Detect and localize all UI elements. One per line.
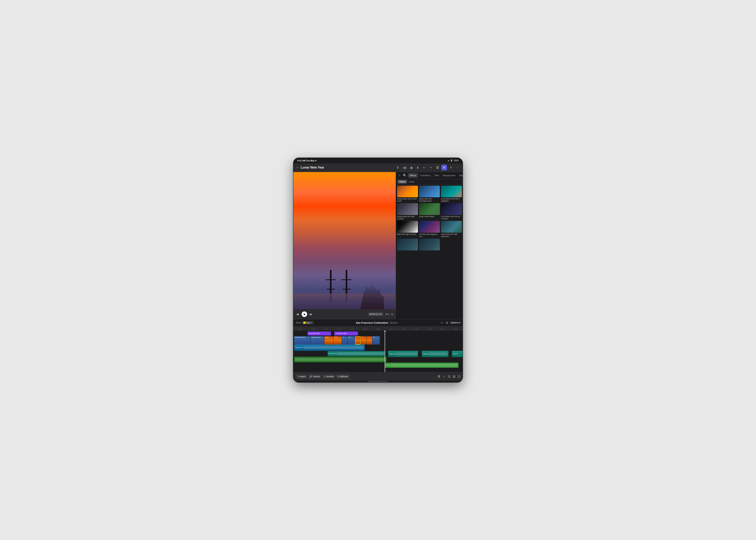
video-clip-8[interactable]: Ti <box>361 336 366 344</box>
tab-effects[interactable]: Effects <box>408 173 418 178</box>
undo-icon[interactable]: ↩ <box>421 165 427 170</box>
video-clip-5[interactable]: Tr <box>342 336 347 344</box>
inertia-label: Inertia <box>386 364 390 366</box>
select-label: Select <box>296 322 301 324</box>
effect-label-0: Heavy Warm with Desert Wash <box>397 198 418 202</box>
blade-icon[interactable]: ⊞ <box>445 321 449 325</box>
camera-icon[interactable]: 📹 <box>402 165 407 170</box>
video-clip-6[interactable]: Yell <box>347 336 355 344</box>
ruler-mark-9: 23:00 <box>410 329 423 330</box>
checkmark-icon[interactable]: ✓ <box>443 375 445 378</box>
effect-thumb-4 <box>397 203 418 215</box>
effect-item-1[interactable]: Heavy Blue with Moonlight Wash <box>419 186 440 202</box>
video-track: Martial Arts Mura Pageant Winner Marke M… <box>294 336 462 344</box>
ruler-mark-8: 22:00 <box>397 329 410 330</box>
video-clip-7-selected[interactable] <box>355 336 361 344</box>
volume-label: Volume <box>313 375 320 378</box>
video-clip-9[interactable] <box>367 336 372 344</box>
animate-button[interactable]: ◎ Animate <box>322 374 335 379</box>
split-horizontal-icon[interactable]: ⊠ <box>453 375 455 378</box>
voiceover-icon[interactable]: ◉ <box>409 165 414 170</box>
crop-icon[interactable]: ⊡ <box>458 375 460 378</box>
multicam-button[interactable]: ⊞ Multicam <box>336 374 350 379</box>
voiceover-clip[interactable]: Voiceover 3 <box>294 344 365 351</box>
share-icon[interactable]: ⬆ <box>416 165 420 170</box>
trim-icon[interactable]: ✂ <box>440 321 444 325</box>
tab-transitions[interactable]: Transitions <box>418 174 432 177</box>
video-clip-3[interactable]: Marke <box>324 336 333 344</box>
tab-objects[interactable]: Objects <box>457 174 463 177</box>
tower-crossbar-left <box>326 279 336 280</box>
play-button[interactable]: ▶ <box>302 312 307 317</box>
home-indicator <box>293 381 463 382</box>
trash-icon[interactable]: 🗑 <box>438 375 441 378</box>
title-chip-label: Essential Title <box>309 333 320 335</box>
audio-toggle-button[interactable]: Audio <box>407 180 416 184</box>
info-icon[interactable]: ℹ <box>397 322 398 324</box>
inspect-button[interactable]: ≡ Inspect <box>296 374 307 379</box>
effect-item-9[interactable]: Dim Blue with Magenta Low <box>419 221 440 237</box>
video-clip-10[interactable]: He <box>372 336 380 344</box>
status-time: 9:41 AM Tue May 9 <box>297 160 316 162</box>
tower-crossbar2-left <box>327 289 335 290</box>
tower-crossbar2-right <box>342 289 350 290</box>
effect-item-8[interactable]: B&W with High Contrast <box>397 221 418 237</box>
effect-item-13[interactable] <box>419 239 440 251</box>
skip-forward-button[interactable]: ⏭ <box>309 312 313 317</box>
video-clip-2[interactable]: Pageant Winner <box>311 336 324 344</box>
effect-item-6[interactable]: Cool Blacks with Strong Contrast <box>441 203 462 220</box>
effect-thumb-13 <box>419 239 440 250</box>
effect-item-5[interactable]: Green Muted Wash <box>419 203 440 220</box>
color-icon[interactable]: ☀ <box>448 165 453 170</box>
video-clip-1[interactable]: Martial Arts Mura <box>294 336 310 344</box>
tab-titles[interactable]: Titles <box>433 174 441 177</box>
fullscreen-button[interactable]: ⊡ <box>391 313 393 316</box>
photo-library-icon[interactable]: 🖼 <box>435 165 440 170</box>
video-preview[interactable] <box>293 172 396 309</box>
search-button[interactable]: 🔍 <box>402 173 407 178</box>
effect-label-2: Cyan Blacks with Warm Highlights <box>441 198 462 202</box>
back-button[interactable]: ‹ <box>296 165 299 170</box>
more-icon[interactable]: ··· <box>455 165 460 170</box>
effect-item-4[interactable]: Desaturated with High Contrast <box>397 203 418 220</box>
whoosh-waveform <box>337 352 384 355</box>
inertia-waveform <box>391 364 457 366</box>
playhead[interactable] <box>385 331 385 372</box>
clip-name-2: Pageant Winner <box>311 336 324 338</box>
effect-thumb-8 <box>397 221 418 232</box>
ruler-mark-12: 26:00 <box>449 329 462 330</box>
split-vertical-icon[interactable]: ⊟ <box>448 375 450 378</box>
project-info: San Francisco Celebration 00:32 ℹ <box>314 321 440 325</box>
inertia-clip[interactable]: Inertia <box>385 363 458 368</box>
effect-item-0[interactable]: Heavy Warm with Desert Wash <box>397 186 418 202</box>
tab-backgrounds[interactable]: Backgrounds <box>441 174 457 177</box>
video-toggle-button[interactable]: Video <box>398 180 407 184</box>
options-button[interactable]: Options ▾ <box>450 321 460 324</box>
title-chip-1[interactable]: Essential Title <box>308 332 331 336</box>
effects-panel-icon[interactable]: ✦ <box>441 165 447 170</box>
panel-handle[interactable]: ⏸ <box>398 173 401 178</box>
ipad-frame: 9:41 AM Tue May 9 ▲ 🔋 100% ‹ Lunar New Y… <box>293 158 463 382</box>
timeline-toolbar: Select Clip ▼ San Francisco Celebration … <box>293 319 463 327</box>
video-clip-4[interactable]: Marke <box>333 336 341 344</box>
bg-music-clip[interactable] <box>294 357 386 362</box>
effect-item-12[interactable] <box>397 239 418 251</box>
effect-item-2[interactable]: Cyan Blacks with Warm Highlights <box>441 186 462 202</box>
redo-icon[interactable]: ↪ <box>428 165 434 170</box>
ruler-mark-3: 17:00 <box>333 329 346 330</box>
effect-thumb-5 <box>419 203 440 215</box>
whoosh-clip[interactable]: Whoosh Hit <box>327 351 385 356</box>
play-icon: ▶ <box>304 313 306 316</box>
skip-back-button[interactable]: ⏮ <box>296 312 300 317</box>
title-chip-2[interactable]: Essential Title <box>334 332 358 336</box>
volume-button[interactable]: 🔊 Volume <box>308 374 321 379</box>
clip-selector[interactable]: Clip ▼ <box>302 321 314 325</box>
effects-grid: Heavy Warm with Desert Wash Heavy Blue w… <box>396 185 463 319</box>
export-icon[interactable]: ⬆ <box>396 165 400 170</box>
ruler-mark-11: 25:00 <box>436 329 449 330</box>
effect-item-10[interactable]: Deep Mids with High Saturation <box>441 221 462 237</box>
clip-name-8: Ti <box>361 336 366 338</box>
timeline-actions: ✂ ⊞ Options ▾ <box>440 321 460 325</box>
project-name: San Francisco Celebration <box>356 321 388 324</box>
timeline-tracks[interactable]: Essential Title Essential Title Martial … <box>293 331 463 372</box>
